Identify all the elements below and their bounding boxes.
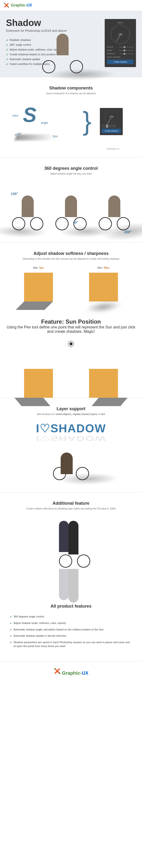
- brace-icon: }: [83, 105, 91, 136]
- check-icon: ✓: [6, 53, 8, 56]
- angle-demo-135: 135°: [8, 191, 47, 234]
- angle-demo-300: 300°: [95, 191, 134, 234]
- shadow-text-reflection: I♡SHADOW: [6, 434, 136, 443]
- scale-slider[interactable]: [119, 47, 134, 48]
- components-section: Shadow components Each component of a sh…: [0, 77, 142, 157]
- check-icon: ✓: [6, 48, 8, 52]
- hero-section: Shadow Extension for Photoshop cc2015 an…: [0, 10, 142, 77]
- small-dial[interactable]: 170: [105, 110, 118, 123]
- section-title: Additional feature: [6, 501, 136, 506]
- extension-ui-label: Extension UI: [107, 148, 119, 150]
- shadow-text-demo: I♡SHADOW: [6, 422, 136, 435]
- svg-point-1: [8, 7, 9, 8]
- sun-box-right: [89, 369, 118, 398]
- sun-box-left: [24, 369, 53, 398]
- s-letter-demo: S: [23, 103, 36, 127]
- check-icon: ✓: [10, 615, 12, 619]
- auto-update-label: AUTO UPDATE: [107, 56, 120, 58]
- couple-bike-image: [47, 516, 95, 583]
- check-icon: ✓: [10, 621, 12, 625]
- footer-logo[interactable]: Graphic-UX: [0, 661, 142, 685]
- svg-point-3: [59, 673, 60, 674]
- additional-feature-section: Additional feature Create realistic refl…: [0, 492, 142, 595]
- feature-item: ✓Automatic shadow angle calculation base…: [10, 628, 132, 632]
- check-icon: ✓: [6, 43, 8, 46]
- angle-dial[interactable]: 135: [111, 25, 130, 44]
- sun-icon: ☀: [6, 339, 136, 350]
- softness-section: Adjust shadow softness / sharpness Depen…: [0, 242, 142, 310]
- section-title: All product features: [10, 604, 132, 609]
- section-desc: Depending on the situation the blur amou…: [6, 257, 136, 260]
- create-shadow-button[interactable]: Create Shadow: [102, 129, 121, 133]
- angle-label: angle: [41, 121, 48, 125]
- slider[interactable]: [102, 127, 116, 127]
- logo-text: Graphic-UX: [11, 3, 32, 7]
- panel-angle-label: ANGLE: [107, 22, 134, 24]
- logo-icon: [4, 2, 9, 8]
- section-desc: Create realistic reflections by disablin…: [6, 507, 136, 510]
- check-icon: ✓: [10, 641, 12, 648]
- cyclist-image: [38, 29, 87, 77]
- feature-item: ✓360 degrees angle control: [10, 615, 132, 619]
- section-title: 360 degrees angle control: [6, 166, 136, 171]
- svg-point-0: [4, 3, 5, 4]
- check-icon: ✓: [6, 58, 8, 61]
- logo-text: Graphic-UX: [62, 670, 88, 676]
- section-desc: Using the Pen tool define one point that…: [6, 325, 136, 334]
- small-extension-panel: 170 Create Shadow: [100, 108, 123, 135]
- opacity-slider[interactable]: [119, 54, 134, 54]
- color-label: color: [12, 114, 18, 117]
- sun-position-section: Feature: Sun Position Using the Pen tool…: [0, 310, 142, 398]
- feature-item: ✓Shadow parameters are saved in each Pho…: [10, 641, 132, 648]
- section-title: Feature: Sun Position: [6, 318, 136, 325]
- blur-1px-demo: blur: 1px: [24, 266, 53, 302]
- check-icon: ✓: [6, 38, 8, 42]
- slider[interactable]: [102, 125, 116, 125]
- create-shadow-button[interactable]: Create Shadow: [107, 60, 134, 64]
- feature-item: ✓Adjust shadow scale, softness, color, o…: [10, 621, 132, 625]
- blur-label: blur: [53, 135, 58, 138]
- feature-item: ✓Automatic shadow update in almost real-…: [10, 634, 132, 638]
- section-desc: Add shadows for smart-objects, regular (…: [6, 413, 136, 415]
- section-desc: Adjust shadow angle the way you want: [6, 173, 136, 175]
- check-icon: ✓: [10, 634, 12, 638]
- layer-support-section: Layer support Add shadows for smart-obje…: [0, 398, 142, 492]
- section-title: Shadow components: [6, 86, 136, 91]
- all-features-section: All product features ✓360 degrees angle …: [0, 595, 142, 659]
- opacity-label: OPACITY: [107, 53, 116, 55]
- extension-panel: ANGLE 135 SCALE BLUR OPACITY AUTO UPDATE…: [105, 19, 136, 67]
- header-logo[interactable]: Graphic-UX: [0, 0, 142, 10]
- check-icon: ✓: [10, 628, 12, 632]
- angle-control-section: 360 degrees angle control Adjust shadow …: [0, 157, 142, 242]
- logo-icon: [54, 668, 61, 675]
- section-title: Layer support: [6, 406, 136, 411]
- scale-label: SCALE: [107, 46, 113, 48]
- blur-label: BLUR: [107, 49, 112, 52]
- blur-slider[interactable]: [119, 50, 134, 51]
- section-title: Adjust shadow softness / sharpness: [6, 251, 136, 256]
- angle-demo-45: 45°: [52, 191, 90, 234]
- biker-image: [49, 448, 93, 482]
- blur-30px-demo: blur: 30px: [89, 266, 118, 302]
- check-icon: ✓: [6, 63, 8, 66]
- svg-point-2: [54, 668, 55, 669]
- section-desc: Each component of a shadow can be adjust…: [6, 92, 136, 95]
